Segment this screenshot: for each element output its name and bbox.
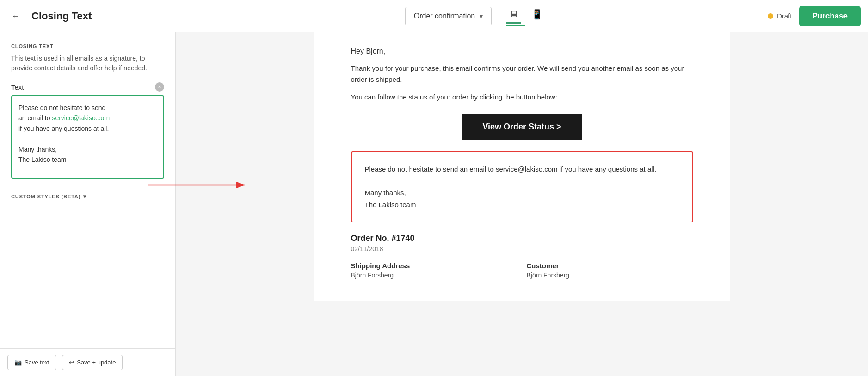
clear-button[interactable]: ×	[155, 82, 164, 92]
closing-text-section-title: CLOSING TEXT	[11, 43, 164, 49]
page-title: Closing Text	[31, 10, 92, 22]
desktop-tab-underline	[506, 25, 525, 26]
save-text-button[interactable]: 📷 Save text	[7, 355, 56, 370]
dropdown-label: Order confirmation	[414, 12, 475, 20]
shipping-address-value: Björn Forsberg	[351, 271, 517, 279]
closing-text-preview-box: Please do not hesitate to send an email …	[351, 151, 693, 222]
mobile-icon: 📱	[531, 9, 543, 19]
text-label-row: Text ×	[11, 82, 164, 92]
mobile-view-button[interactable]: 📱	[529, 6, 546, 24]
text-line5: The Lakiso team	[18, 156, 67, 163]
draft-badge: Draft	[768, 12, 792, 20]
header-right: Draft Purchase	[768, 6, 861, 26]
email-body1: Thank you for your purchase, this email …	[351, 63, 693, 85]
custom-styles-section: CUSTOM STYLES (BETA) ▾	[11, 193, 164, 200]
clear-icon: ×	[158, 84, 161, 90]
custom-styles-label: CUSTOM STYLES (BETA)	[11, 194, 80, 199]
app-header: ← Closing Text Order confirmation ▾ 🖥 📱	[0, 0, 868, 32]
header-left: ← Closing Text	[7, 9, 183, 23]
closing-text-description: This text is used in all emails as a sig…	[11, 54, 164, 73]
shipping-address-label: Shipping Address	[351, 262, 517, 270]
view-toggle-group: 🖥 📱	[506, 6, 546, 26]
text-field-label: Text	[11, 83, 24, 91]
email-body2: You can follow the status of your order …	[351, 92, 693, 103]
desktop-view-container: 🖥	[506, 6, 525, 26]
header-center: Order confirmation ▾ 🖥 📱	[183, 6, 768, 26]
closing-line3: The Lakiso team	[365, 199, 679, 211]
closing-line2: Many thanks,	[365, 187, 679, 199]
text-line1: Please do not hesitate to send	[18, 104, 105, 111]
text-line3: if you have any questions at all.	[18, 125, 109, 132]
email-preview: Hey Bjorn, Thank you for your purchase, …	[314, 32, 730, 301]
save-text-icon: 📷	[14, 359, 22, 366]
email-link[interactable]: service@lakiso.com	[52, 114, 110, 122]
back-button[interactable]: ←	[7, 9, 24, 23]
template-dropdown[interactable]: Order confirmation ▾	[405, 7, 492, 25]
custom-styles-arrow-icon: ▾	[83, 193, 86, 200]
text-line2: an email to	[18, 114, 50, 122]
customer-block: Customer Björn Forsberg	[527, 262, 693, 279]
main-layout: CLOSING TEXT This text is used in all em…	[0, 32, 868, 376]
sidebar-inner: CLOSING TEXT This text is used in all em…	[0, 32, 175, 211]
sidebar: CLOSING TEXT This text is used in all em…	[0, 32, 176, 376]
sidebar-bottom-toolbar: 📷 Save text ↩ Save + update	[0, 348, 175, 376]
desktop-icon: 🖥	[509, 9, 518, 19]
closing-line1: Please do not hesitate to send an email …	[365, 163, 679, 175]
save-text-label: Save text	[25, 359, 49, 366]
order-date: 02/11/2018	[351, 245, 693, 253]
preview-area: Hey Bjorn, Thank you for your purchase, …	[176, 32, 868, 376]
dropdown-arrow-icon: ▾	[480, 12, 483, 20]
view-order-status-button[interactable]: View Order Status >	[462, 114, 582, 140]
save-update-label: Save + update	[77, 359, 116, 366]
customer-label: Customer	[527, 262, 693, 270]
draft-dot-icon	[768, 13, 773, 19]
draft-label: Draft	[777, 12, 792, 20]
custom-styles-toggle[interactable]: CUSTOM STYLES (BETA) ▾	[11, 193, 164, 200]
text-editor-box[interactable]: Please do not hesitate to send an email …	[11, 95, 164, 179]
email-greeting: Hey Bjorn,	[351, 47, 693, 55]
text-line4: Many thanks,	[18, 146, 57, 153]
save-update-button[interactable]: ↩ Save + update	[62, 355, 123, 370]
purchase-button[interactable]: Purchase	[799, 6, 861, 26]
order-details-grid: Shipping Address Björn Forsberg Customer…	[351, 262, 693, 279]
customer-value: Björn Forsberg	[527, 271, 693, 279]
desktop-view-button[interactable]: 🖥	[506, 6, 521, 24]
mobile-view-container: 📱	[529, 6, 546, 26]
shipping-address-block: Shipping Address Björn Forsberg	[351, 262, 517, 279]
save-update-icon: ↩	[69, 359, 74, 366]
order-number: Order No. #1740	[351, 234, 693, 243]
